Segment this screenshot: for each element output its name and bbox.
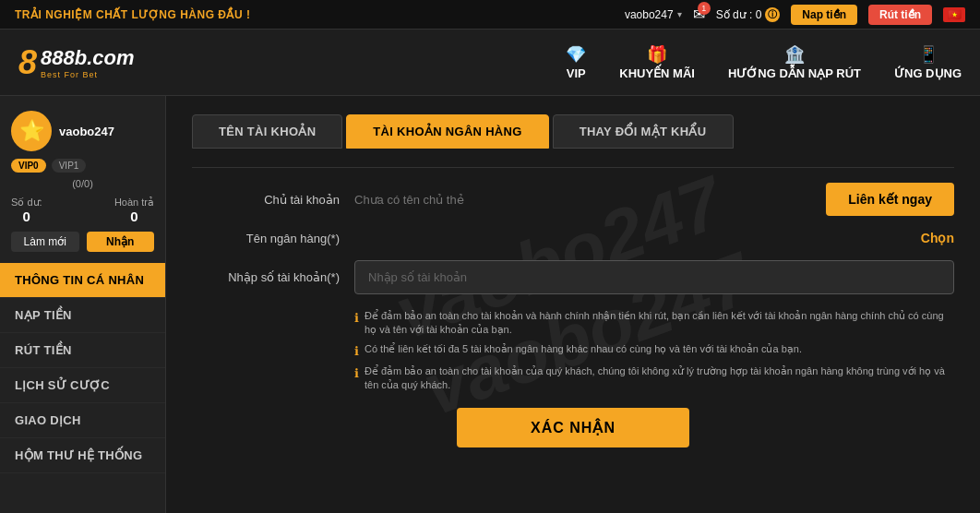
content-area: vaobo247vaobo247 TÊN TÀI KHOẢN TÀI KHOẢN… bbox=[166, 96, 980, 513]
balance-display: Số dư : 0 ⓘ bbox=[716, 7, 781, 22]
sidebar-item-rut-tien[interactable]: RÚT TIỀN bbox=[0, 333, 165, 368]
ten-ngan-hang-row: Tên ngân hàng(*) Chọn bbox=[192, 231, 954, 245]
sidebar-item-nap-tien[interactable]: NẠP TIỀN bbox=[0, 298, 165, 333]
info-note-2: ℹ Có thể liên kết tối đa 5 tài khoản ngâ… bbox=[354, 342, 954, 360]
info-icon-1: ℹ bbox=[354, 310, 359, 327]
tab-ten-tai-khoan[interactable]: TÊN TÀI KHOẢN bbox=[192, 114, 342, 149]
info-note-text-2: Có thể liên kết tối đa 5 tài khoản ngân … bbox=[365, 342, 802, 356]
user-dropdown[interactable]: vaobo247 ▾ bbox=[625, 8, 682, 21]
header: 8 888b.com Best For Bet 💎 VIP 🎁 KHUYẾN M… bbox=[0, 30, 980, 96]
nav-item-vip[interactable]: 💎 VIP bbox=[566, 44, 586, 80]
ten-ngan-hang-label: Tên ngân hàng(*) bbox=[192, 232, 340, 245]
lien-ket-button[interactable]: Liên kết ngay bbox=[826, 183, 954, 216]
sidebar-count: (0/0) bbox=[0, 176, 165, 193]
divider bbox=[192, 167, 954, 168]
nav-item-huong-dan[interactable]: 🏦 HƯỚNG DẪN NẠP RÚT bbox=[728, 44, 861, 80]
info-note-text-3: Để đảm bảo an toàn cho tài khoản của quý… bbox=[365, 364, 954, 393]
sidebar-stats: Số dư: 0 Hoàn trả 0 bbox=[0, 193, 165, 228]
logo-name: 888b.com bbox=[41, 46, 135, 70]
username-label: vaobo247 bbox=[625, 8, 674, 21]
chon-ngan-hang-button[interactable]: Chọn bbox=[921, 231, 954, 245]
vip-badges: VIP0 VIP1 bbox=[0, 159, 165, 176]
nav-label-ung-dung: ỨNG DỤNG bbox=[894, 66, 962, 80]
vip-icon: 💎 bbox=[566, 44, 586, 65]
sidebar-menu: THÔNG TIN CÁ NHÂN NẠP TIỀN RÚT TIỀN LỊCH… bbox=[0, 263, 165, 473]
balance-stat: Số dư: 0 bbox=[11, 197, 42, 224]
main-nav: 💎 VIP 🎁 KHUYẾN MÃI 🏦 HƯỚNG DẪN NẠP RÚT 📱… bbox=[566, 44, 962, 80]
sidebar-item-thong-tin[interactable]: THÔNG TIN CÁ NHÂN bbox=[0, 263, 165, 298]
sidebar-actions: Làm mới Nhận bbox=[0, 228, 165, 259]
khuyen-mai-icon: 🎁 bbox=[647, 44, 667, 65]
account-number-input[interactable] bbox=[354, 260, 954, 294]
info-note-3: ℹ Để đảm bảo an toàn cho tài khoản của q… bbox=[354, 364, 954, 393]
tab-thay-doi-mat-khau[interactable]: THAY ĐỔI MẬT KHẨU bbox=[553, 114, 734, 149]
logo[interactable]: 8 888b.com Best For Bet bbox=[18, 46, 135, 79]
sidebar-item-hop-thu[interactable]: HỘM THƯ HỆ THỐNG bbox=[0, 438, 165, 473]
bank-account-form: Chủ tài khoản Chưa có tên chủ thẻ Liên k… bbox=[192, 167, 954, 447]
info-icon-3: ℹ bbox=[354, 365, 359, 382]
language-flag[interactable]: 🇻🇳 bbox=[943, 7, 965, 22]
top-bar-right: vaobo247 ▾ ✉ 1 Số dư : 0 ⓘ Nap tiền Rút … bbox=[625, 5, 965, 25]
top-bar: TRẢI NGHIỆM CHẤT LƯỢNG HÀNG ĐẦU ! vaobo2… bbox=[0, 0, 980, 30]
info-note-1: ℹ Để đảm bảo an toàn cho tài khoản và hà… bbox=[354, 309, 954, 338]
balance-stat-label: Số dư: bbox=[11, 197, 42, 209]
sidebar-username: vaobo247 bbox=[59, 125, 114, 138]
sidebar-user: ⭐ vaobo247 bbox=[0, 96, 165, 159]
nav-label-khuyen-mai: KHUYẾN MÃI bbox=[619, 66, 695, 80]
promo-text: TRẢI NGHIỆM CHẤT LƯỢNG HÀNG ĐẦU ! bbox=[15, 8, 250, 21]
main-layout: ⭐ vaobo247 VIP0 VIP1 (0/0) Số dư: 0 Hoàn… bbox=[0, 96, 980, 513]
xac-nhan-button[interactable]: Xác nhận bbox=[457, 408, 689, 447]
tab-tai-khoan-ngan-hang[interactable]: TÀI KHOẢN NGÂN HÀNG bbox=[346, 114, 548, 149]
chevron-down-icon: ▾ bbox=[677, 9, 682, 19]
sidebar-item-lich-su[interactable]: LỊCH SỬ CƯỢC bbox=[0, 368, 165, 403]
balance-info-icon[interactable]: ⓘ bbox=[765, 7, 780, 22]
nhap-so-label: Nhập số tài khoản(*) bbox=[192, 270, 340, 284]
chu-tai-khoan-label: Chủ tài khoản bbox=[192, 193, 340, 207]
sidebar: ⭐ vaobo247 VIP0 VIP1 (0/0) Số dư: 0 Hoàn… bbox=[0, 96, 166, 513]
logo-sub: Best For Bet bbox=[41, 70, 135, 79]
nav-label-vip: VIP bbox=[567, 66, 586, 80]
hoan-tra-value: 0 bbox=[114, 209, 154, 224]
info-notes: ℹ Để đảm bảo an toàn cho tài khoản và hà… bbox=[354, 309, 954, 393]
chu-tai-khoan-value: Chưa có tên chủ thẻ bbox=[354, 193, 811, 207]
balance-label: Số dư : 0 bbox=[716, 8, 762, 21]
ung-dung-icon: 📱 bbox=[918, 44, 938, 65]
hoan-tra-stat: Hoàn trả 0 bbox=[114, 197, 154, 224]
vip-badge-1[interactable]: VIP1 bbox=[52, 159, 87, 173]
tab-bar: TÊN TÀI KHOẢN TÀI KHOẢN NGÂN HÀNG THAY Đ… bbox=[192, 114, 954, 149]
sidebar-item-giao-dich[interactable]: GIAO DỊCH bbox=[0, 403, 165, 438]
avatar: ⭐ bbox=[11, 111, 52, 151]
info-note-text-1: Để đảm bảo an toàn cho tài khoản và hành… bbox=[365, 309, 954, 338]
message-icon[interactable]: ✉ 1 bbox=[693, 6, 705, 23]
logo-text-block: 888b.com Best For Bet bbox=[41, 46, 135, 79]
nav-label-huong-dan: HƯỚNG DẪN NẠP RÚT bbox=[728, 66, 861, 80]
nav-item-khuyen-mai[interactable]: 🎁 KHUYẾN MÃI bbox=[619, 44, 695, 80]
nav-item-ung-dung[interactable]: 📱 ỨNG DỤNG bbox=[894, 44, 962, 80]
lam-moi-button[interactable]: Làm mới bbox=[11, 232, 79, 252]
logo-icon: 8 bbox=[18, 46, 37, 79]
huong-dan-icon: 🏦 bbox=[784, 44, 805, 65]
chu-tai-khoan-row: Chủ tài khoản Chưa có tên chủ thẻ Liên k… bbox=[192, 183, 954, 216]
nhap-so-tai-khoan-row: Nhập số tài khoản(*) bbox=[192, 260, 954, 294]
nhan-button[interactable]: Nhận bbox=[87, 232, 155, 252]
vip-badge-0[interactable]: VIP0 bbox=[11, 159, 46, 173]
message-badge: 1 bbox=[698, 2, 711, 15]
balance-stat-value: 0 bbox=[11, 209, 42, 224]
hoan-tra-label: Hoàn trả bbox=[114, 197, 154, 209]
info-icon-2: ℹ bbox=[354, 343, 359, 360]
nap-tien-button[interactable]: Nap tiền bbox=[791, 5, 857, 25]
rut-tien-button[interactable]: Rút tiền bbox=[868, 5, 932, 25]
